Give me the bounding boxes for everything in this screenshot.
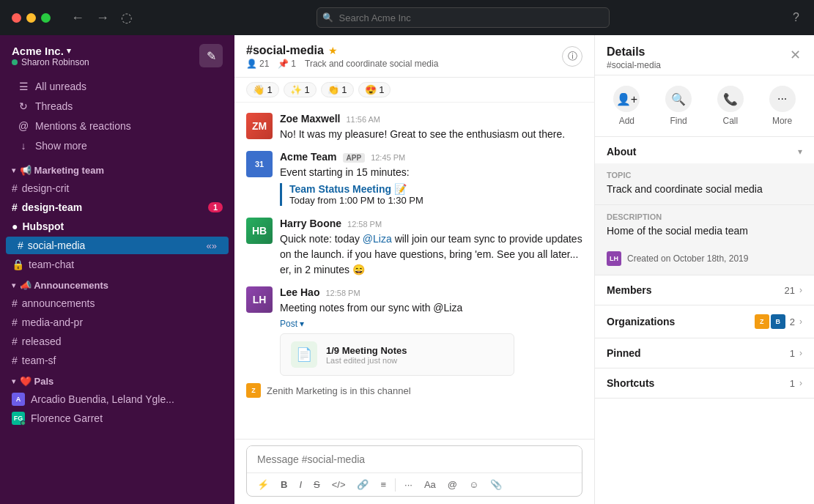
online-indicator: [21, 420, 26, 426]
details-panel: Details #social-media ✕ 👤+ Add 🔍 Find 📞 …: [594, 35, 814, 504]
reaction-wave[interactable]: 👋 1: [246, 82, 279, 97]
members-row[interactable]: Members 21 ›: [595, 275, 814, 305]
organizations-row[interactable]: Organizations Z B 2 ›: [595, 305, 814, 338]
about-section-header[interactable]: About ▾: [595, 137, 814, 163]
mention-button[interactable]: @: [443, 476, 462, 493]
maximize-window-button[interactable]: [41, 13, 51, 23]
top-bar: ← → ◌ 🔍 ?: [0, 0, 814, 35]
sidebar-header: Acme Inc. ▾ Sharon Robinson ✎: [0, 35, 234, 73]
workspace-name[interactable]: Acme Inc. ▾: [12, 45, 89, 57]
call-icon: 📞: [717, 86, 744, 112]
topic-row: Topic Track and coordinate social media: [595, 163, 814, 204]
system-message: Z Zenith Marketing is in this channel: [234, 380, 594, 401]
pinned-row[interactable]: Pinned 1 ›: [595, 338, 814, 368]
channel-social-media[interactable]: # social-media «»: [6, 237, 229, 254]
group-avatar: A: [12, 393, 25, 406]
details-actions: 👤+ Add 🔍 Find 📞 Call ··· More: [595, 75, 814, 137]
sidebar-nav: ☰ All unreads ↻ Threads @ Mentions & rea…: [0, 73, 234, 159]
sender-harry[interactable]: Harry Boone: [280, 218, 341, 229]
sender-zoe[interactable]: Zoe Maxwell: [280, 113, 340, 125]
window-controls: [12, 13, 51, 23]
close-window-button[interactable]: [12, 13, 21, 23]
channel-title-area: #social-media ★ 👤 21 📌 1 Track and coord…: [246, 44, 553, 69]
timestamp-acme: 12:45 PM: [371, 153, 405, 162]
bold-button[interactable]: B: [276, 476, 292, 493]
mention-liza[interactable]: @Liza: [363, 233, 392, 245]
channel-team-sf[interactable]: # team-sf: [0, 352, 234, 369]
message-text-zoe: No! It was my pleasure! Great to see the…: [280, 127, 582, 142]
dm-arcadio[interactable]: A Arcadio Buendia, Leland Ygle...: [0, 390, 234, 409]
orgs-chevron-icon: ›: [799, 316, 802, 327]
link-button[interactable]: 🔗: [352, 476, 373, 493]
avatar-lee: LH: [246, 286, 273, 313]
find-button[interactable]: 🔍 Find: [665, 86, 692, 126]
more-formatting-button[interactable]: ···: [400, 476, 417, 493]
channel-announcements[interactable]: # announcements: [0, 294, 234, 312]
history-button[interactable]: ◌: [118, 7, 136, 29]
channel-hubspot[interactable]: ● Hubspot: [0, 218, 234, 235]
find-icon: 🔍: [665, 86, 692, 112]
message-input[interactable]: [247, 446, 582, 472]
avatar-harry: HB: [246, 218, 273, 244]
lightning-button[interactable]: ⚡: [253, 476, 273, 493]
event-time: Today from 1:00 PM to 1:30 PM: [289, 195, 582, 206]
shortcuts-chevron-icon: ›: [799, 378, 802, 388]
more-actions-button[interactable]: ··· More: [769, 86, 796, 126]
show-more-item[interactable]: ↓ Show more: [6, 136, 229, 155]
event-title[interactable]: Team Status Meeting 📝: [289, 183, 582, 195]
add-icon: 👤+: [613, 86, 640, 112]
zenith-avatar: Z: [246, 383, 261, 398]
dm-florence[interactable]: FG Florence Garret: [0, 409, 234, 428]
shortcuts-row[interactable]: Shortcuts 1 ›: [595, 368, 814, 399]
reaction-clap[interactable]: 👏 1: [321, 82, 354, 97]
search-input[interactable]: [317, 7, 610, 28]
sender-lee[interactable]: Lee Hao: [280, 286, 319, 298]
channel-media-and-pr[interactable]: # media-and-pr: [0, 314, 234, 331]
org-avatars: Z B: [755, 314, 785, 329]
attachment-button[interactable]: 📎: [486, 476, 506, 493]
design-team-badge: 1: [208, 202, 223, 212]
file-icon: 📄: [291, 341, 317, 368]
post-link[interactable]: Post ▾: [280, 319, 304, 329]
pals-section-header[interactable]: ▾ ❤️ Pals: [0, 370, 234, 390]
announcements-section-header[interactable]: ▾ 📣 Announcements: [0, 274, 234, 294]
file-name: 1/9 Meeting Notes: [326, 345, 407, 356]
message-text-lee: Meeting notes from our sync with @Liza: [280, 300, 582, 316]
call-button[interactable]: 📞 Call: [717, 86, 744, 126]
back-button[interactable]: ←: [68, 7, 87, 29]
main-layout: Acme Inc. ▾ Sharon Robinson ✎ ☰ All unre…: [0, 35, 814, 504]
file-meta: Last edited just now: [326, 356, 407, 365]
channel-team-chat[interactable]: 🔒 team-chat: [0, 256, 234, 273]
strikethrough-button[interactable]: S: [309, 476, 325, 493]
compose-button[interactable]: ✎: [199, 44, 223, 67]
code-button[interactable]: </>: [328, 476, 350, 493]
threads-item[interactable]: ↻ Threads: [6, 97, 229, 116]
mentions-item[interactable]: @ Mentions & reactions: [6, 116, 229, 136]
channel-info-button[interactable]: ⓘ: [562, 46, 582, 67]
channel-design-team[interactable]: # design-team 1: [0, 199, 234, 216]
minimize-window-button[interactable]: [26, 13, 36, 23]
all-unreads-item[interactable]: ☰ All unreads: [6, 77, 229, 96]
channel-released[interactable]: # released: [0, 333, 234, 350]
channel-design-crit[interactable]: # design-crit: [0, 179, 234, 197]
reaction-sparkle[interactable]: ✨ 1: [284, 82, 317, 97]
channel-title: #social-media: [246, 44, 324, 57]
list-button[interactable]: ≡: [376, 476, 391, 493]
star-icon[interactable]: ★: [328, 45, 338, 56]
search-icon: 🔍: [322, 12, 333, 23]
hamburger-icon: ☰: [18, 81, 29, 92]
marketing-section-header[interactable]: ▾ 📢 Marketing team: [0, 159, 234, 179]
help-button[interactable]: ?: [790, 8, 802, 27]
reaction-heart-eyes[interactable]: 😍 1: [358, 82, 391, 97]
nav-controls: ← → ◌: [68, 7, 136, 29]
file-attachment[interactable]: 📄 1/9 Meeting Notes Last edited just now: [280, 333, 514, 376]
sender-acme[interactable]: Acme Team: [280, 151, 337, 163]
emoji-button[interactable]: ☺: [465, 476, 483, 493]
add-member-button[interactable]: 👤+ Add: [613, 86, 640, 126]
content-area: #social-media ★ 👤 21 📌 1 Track and coord…: [234, 35, 594, 504]
text-size-button[interactable]: Aa: [420, 476, 440, 493]
forward-button[interactable]: →: [93, 7, 112, 29]
italic-button[interactable]: I: [295, 476, 306, 493]
details-close-button[interactable]: ✕: [788, 45, 802, 64]
avatar-zoe: ZM: [246, 113, 273, 139]
